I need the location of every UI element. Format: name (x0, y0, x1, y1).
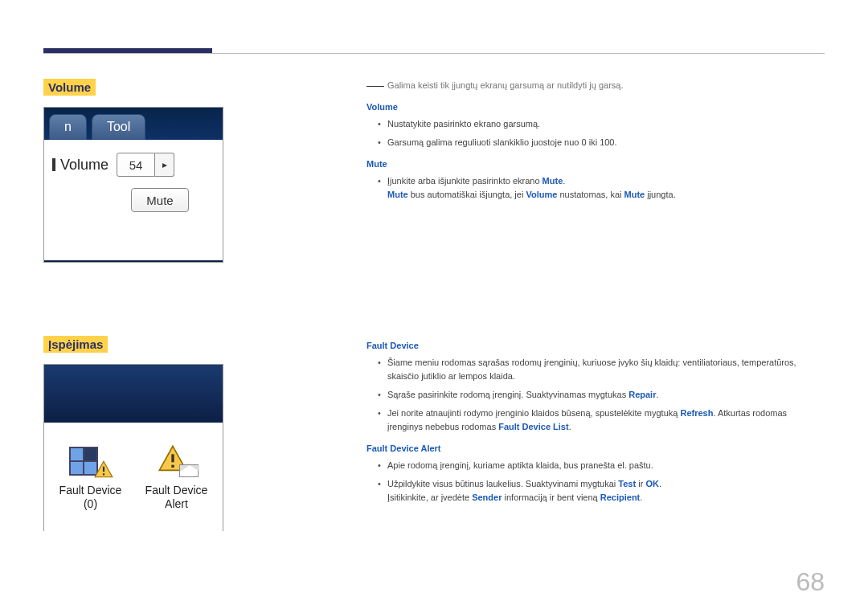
keyword-repair: Repair (628, 390, 656, 399)
mute-button[interactable]: Mute (131, 188, 189, 212)
text-fragment: . (656, 390, 658, 399)
tab-n-fragment: n (49, 114, 87, 140)
text-fragment: Užpildykite visus būtinus laukelius. Sua… (387, 479, 618, 488)
page-number: 68 (796, 567, 825, 597)
text-fragment: . (640, 492, 642, 502)
keyword-mute: Mute (542, 176, 563, 186)
fault-device-label: Fault Device (59, 484, 122, 498)
note-volume-intro: Galima keisti tik įjungtų ekranų garsumą… (366, 79, 825, 92)
svg-rect-2 (171, 454, 174, 462)
bullet: Užpildykite visus būtinus laukelius. Sua… (378, 477, 825, 505)
text-fragment: Jei norite atnaujinti rodymo įrenginio k… (387, 408, 680, 418)
fault-device-alert-label-2: Alert (165, 497, 188, 512)
fault-device-icon (69, 443, 113, 479)
volume-value: 54 (117, 153, 155, 177)
text-fragment: nustatomas, kai (559, 190, 624, 199)
svg-rect-0 (102, 466, 104, 472)
bullet: Nustatykite pasirinkto ekrano garsumą. (378, 117, 825, 131)
bullet: Sąraše pasirinkite rodomą įrenginį. Suak… (378, 388, 825, 402)
bullet: Įjunkite arba išjunkite pasirinkto ekran… (378, 174, 825, 202)
keyword-mute: Mute (624, 190, 645, 199)
keyword-volume: Volume (526, 190, 557, 199)
envelope-icon (179, 464, 199, 477)
subheading-volume: Volume (366, 100, 825, 114)
volume-spinner[interactable]: 54 ▸ (117, 153, 174, 177)
fault-device-alert-item[interactable]: Fault Device Alert (145, 443, 208, 512)
text-fragment: . (659, 479, 661, 488)
section-heading-warning: Įspėjimas (43, 336, 108, 353)
svg-rect-1 (102, 473, 104, 475)
bullet: Jei norite atnaujinti rodymo įrenginio k… (378, 407, 825, 434)
keyword-recipient: Recipient (600, 492, 641, 502)
text-fragment: ir (638, 479, 645, 488)
keyword-sender: Sender (472, 492, 502, 502)
fault-device-count: (0) (84, 497, 97, 512)
bullet: Garsumą galima reguliuoti slankiklio juo… (378, 136, 825, 149)
warning-icon (93, 460, 114, 480)
screenshot-volume-label: Volume (52, 157, 108, 174)
screenshot-warning: Fault Device (0) Fault Device Alert (43, 364, 223, 531)
svg-rect-3 (171, 464, 174, 467)
screenshot-volume: n Tool Volume 54 ▸ Mute (43, 107, 223, 263)
text-fragment: informaciją ir bent vieną (505, 492, 600, 502)
header-divider (43, 53, 825, 54)
bullet: Apie rodomą įrenginį, kuriame aptikta kl… (378, 459, 825, 472)
section-heading-volume: Volume (43, 79, 96, 96)
text-fragment: . (563, 176, 565, 186)
fault-device-item[interactable]: Fault Device (0) (59, 443, 122, 512)
keyword-test: Test (618, 479, 636, 488)
text-fragment: įjungta. (647, 190, 675, 199)
text-fragment: bus automatiškai išjungta, jei (411, 190, 526, 199)
keyword-refresh: Refresh (680, 408, 713, 418)
note-volume-intro-text: Galima keisti tik įjungtų ekranų garsumą… (387, 80, 623, 90)
tab-tool: Tool (92, 114, 145, 140)
text-fragment: Įjunkite arba išjunkite pasirinkto ekran… (387, 176, 542, 186)
bullet: Šiame meniu rodomas sąrašas rodomų įreng… (378, 356, 825, 383)
subheading-fault-device: Fault Device (366, 339, 825, 353)
screenshot-tabbar: n Tool (44, 108, 223, 140)
subheading-fault-device-alert: Fault Device Alert (366, 442, 825, 456)
keyword-fault-device-list: Fault Device List (498, 422, 568, 431)
text-fragment: . (569, 422, 571, 431)
text-fragment: Sąraše pasirinkite rodomą įrenginį. Suak… (387, 390, 628, 399)
screenshot-blue-area (44, 365, 223, 423)
volume-increment-icon[interactable]: ▸ (155, 153, 174, 177)
fault-device-alert-label-1: Fault Device (145, 484, 208, 498)
keyword-ok: OK (645, 479, 659, 488)
fault-device-alert-icon (155, 443, 199, 479)
subheading-mute: Mute (366, 157, 825, 171)
keyword-mute: Mute (387, 190, 408, 199)
text-fragment: Įsitikinkite, ar įvedėte (387, 492, 472, 502)
